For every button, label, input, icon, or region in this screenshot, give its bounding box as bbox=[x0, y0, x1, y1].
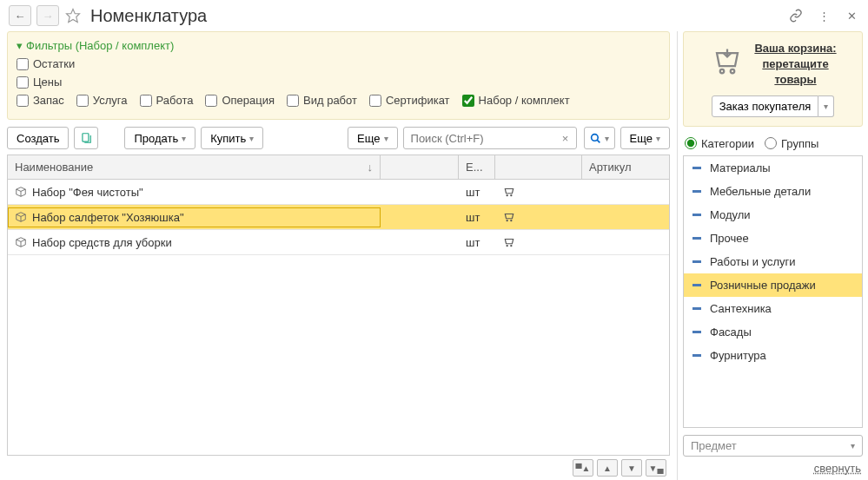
category-label: Фасады bbox=[710, 325, 752, 339]
more-button-2[interactable]: Еще▾ bbox=[620, 127, 670, 149]
svg-point-5 bbox=[511, 195, 512, 196]
category-dash-icon bbox=[692, 214, 701, 216]
category-item[interactable]: Фурнитура bbox=[684, 344, 862, 367]
subject-select[interactable]: Предмет ▾ bbox=[683, 435, 863, 457]
svg-marker-0 bbox=[67, 10, 80, 23]
column-name-header[interactable]: Наименование↓ bbox=[8, 155, 381, 179]
add-to-cart-icon[interactable] bbox=[502, 211, 516, 223]
chevron-down-icon: ▾ bbox=[851, 441, 855, 450]
box-icon bbox=[15, 211, 27, 223]
filter-service-checkbox[interactable] bbox=[76, 95, 89, 107]
category-item[interactable]: Модули bbox=[684, 203, 862, 227]
category-item[interactable]: Розничные продажи bbox=[684, 273, 862, 297]
cart-link[interactable]: Ваша корзина: перетащите товары bbox=[754, 41, 836, 89]
category-item[interactable]: Прочее bbox=[684, 227, 862, 250]
filter-operation-checkbox[interactable] bbox=[205, 95, 217, 107]
column-unit-header[interactable]: Е... bbox=[459, 155, 495, 179]
add-to-cart-icon[interactable] bbox=[502, 186, 516, 198]
category-item[interactable]: Материалы bbox=[684, 156, 862, 180]
cart-panel: Ваша корзина: перетащите товары Заказ по… bbox=[683, 31, 863, 127]
nav-forward-button[interactable]: → bbox=[36, 5, 59, 26]
category-dash-icon bbox=[692, 237, 701, 240]
svg-line-3 bbox=[597, 140, 600, 142]
table-row[interactable]: Набор салфеток "Хозяюшка"шт bbox=[8, 205, 669, 230]
view-categories-radio[interactable] bbox=[685, 137, 697, 149]
item-unit: шт bbox=[459, 233, 495, 253]
filter-work-checkbox[interactable] bbox=[140, 95, 152, 107]
link-icon[interactable] bbox=[788, 8, 804, 23]
category-dash-icon bbox=[692, 354, 701, 357]
item-unit: шт bbox=[459, 207, 495, 227]
search-input[interactable] bbox=[403, 127, 577, 149]
category-label: Розничные продажи bbox=[710, 279, 816, 292]
category-item[interactable]: Фасады bbox=[684, 320, 862, 344]
page-first-button[interactable]: ▀▲ bbox=[573, 459, 593, 477]
create-button[interactable]: Создать bbox=[7, 127, 69, 149]
table-row[interactable]: Набор "Фея чистоты"шт bbox=[8, 180, 669, 205]
category-item[interactable]: Работы и услуги bbox=[684, 250, 862, 273]
view-groups-radio[interactable] bbox=[765, 137, 777, 149]
filter-panel: ▾ Фильтры (Набор / комплект) Остатки Цен… bbox=[7, 31, 670, 120]
category-dash-icon bbox=[692, 260, 701, 263]
svg-rect-1 bbox=[83, 134, 89, 141]
column-blank-header[interactable] bbox=[381, 155, 459, 179]
filter-toggle[interactable]: ▾ Фильтры (Набор / комплект) bbox=[17, 39, 660, 52]
page-up-button[interactable]: ▲ bbox=[597, 459, 618, 477]
svg-point-9 bbox=[511, 246, 512, 247]
close-icon[interactable]: ✕ bbox=[844, 8, 859, 23]
category-item[interactable]: Сантехника bbox=[684, 297, 862, 320]
sort-asc-icon: ↓ bbox=[368, 161, 374, 174]
favorite-star-icon[interactable] bbox=[64, 7, 82, 24]
column-article-header[interactable]: Артикул bbox=[582, 155, 669, 179]
sell-button[interactable]: Продать▾ bbox=[124, 127, 195, 149]
more-button-1[interactable]: Еще▾ bbox=[348, 127, 397, 149]
filter-worktype-checkbox[interactable] bbox=[287, 95, 299, 107]
category-dash-icon bbox=[692, 284, 701, 286]
filter-remains-checkbox[interactable] bbox=[17, 58, 29, 70]
category-label: Модули bbox=[710, 208, 751, 221]
kebab-menu-icon[interactable]: ⋮ bbox=[816, 8, 832, 23]
chevron-down-icon: ▾ bbox=[17, 39, 23, 52]
item-name: Набор салфеток "Хозяюшка" bbox=[32, 211, 184, 224]
cart-icon bbox=[709, 45, 745, 83]
svg-point-2 bbox=[591, 134, 598, 141]
category-dash-icon bbox=[692, 307, 701, 310]
category-label: Фурнитура bbox=[710, 349, 766, 362]
table-row[interactable]: Набор средств для уборкишт bbox=[8, 230, 669, 255]
search-clear-icon[interactable]: × bbox=[558, 132, 573, 145]
items-grid: Наименование↓ Е... Артикул Набор "Фея чи… bbox=[7, 155, 670, 456]
page-last-button[interactable]: ▼▄ bbox=[646, 459, 666, 477]
filter-stock-checkbox[interactable] bbox=[17, 95, 29, 107]
category-label: Прочее bbox=[710, 232, 749, 245]
category-item[interactable]: Мебельные детали bbox=[684, 180, 862, 203]
create-copy-button[interactable] bbox=[74, 127, 98, 149]
filter-certificate-checkbox[interactable] bbox=[369, 95, 381, 107]
category-dash-icon bbox=[692, 167, 701, 169]
search-button[interactable]: ▾ bbox=[584, 127, 615, 149]
add-to-cart-icon[interactable] bbox=[502, 236, 516, 248]
filter-prices-checkbox[interactable] bbox=[17, 76, 29, 89]
page-down-button[interactable]: ▼ bbox=[621, 459, 642, 477]
svg-point-10 bbox=[720, 69, 725, 74]
category-label: Материалы bbox=[710, 161, 771, 174]
category-label: Сантехника bbox=[710, 302, 772, 315]
column-cart-header[interactable] bbox=[495, 155, 582, 179]
nav-back-button[interactable]: ← bbox=[9, 5, 31, 26]
customer-order-button[interactable]: Заказ покупателя bbox=[712, 95, 819, 117]
buy-button[interactable]: Купить▾ bbox=[201, 127, 263, 149]
category-list: МатериалыМебельные деталиМодулиПрочееРаб… bbox=[683, 155, 863, 428]
item-name: Набор средств для уборки bbox=[32, 236, 172, 249]
svg-point-4 bbox=[507, 195, 507, 196]
svg-point-11 bbox=[731, 69, 735, 74]
collapse-link[interactable]: свернуть bbox=[814, 462, 861, 475]
box-icon bbox=[15, 186, 27, 198]
item-unit: шт bbox=[459, 182, 495, 202]
customer-order-dropdown[interactable]: ▾ bbox=[818, 95, 834, 117]
box-icon bbox=[15, 236, 27, 248]
item-name: Набор "Фея чистоты" bbox=[32, 186, 143, 199]
svg-point-6 bbox=[507, 220, 507, 221]
filter-set-checkbox[interactable] bbox=[462, 95, 474, 107]
category-dash-icon bbox=[692, 331, 701, 333]
svg-point-7 bbox=[511, 220, 512, 221]
category-label: Мебельные детали bbox=[710, 185, 811, 198]
